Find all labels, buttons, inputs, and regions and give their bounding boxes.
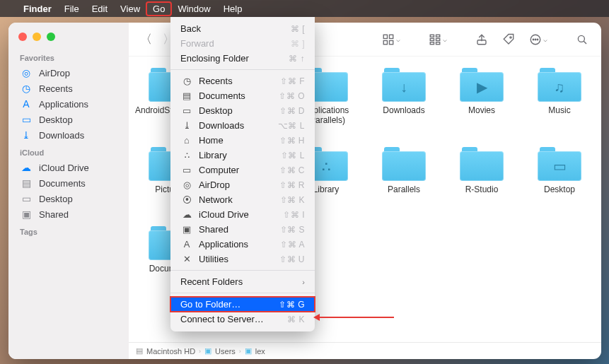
folder-label: Music	[548, 105, 570, 115]
place-icon: ✕	[180, 254, 193, 264]
folder-label: Parallels	[388, 184, 420, 194]
menu-item-shortcut: ⇧⌘ D	[279, 106, 305, 116]
menu-connect-to-server[interactable]: Connect to Server… ⌘ K	[170, 312, 315, 327]
menu-item-label: Library	[199, 150, 281, 160]
menu-item-label: Recents	[199, 76, 280, 86]
place-icon: ▭	[180, 165, 193, 175]
menu-enclosing-folder[interactable]: Enclosing Folder ⌘ ↑	[170, 51, 315, 66]
menu-item-shortcut: ⇧⌘ C	[279, 165, 305, 175]
svg-point-16	[578, 35, 584, 42]
app-menu[interactable]: Finder	[17, 2, 58, 16]
sidebar-item-applications[interactable]: A Applications	[8, 96, 129, 112]
menu-separator	[170, 69, 315, 70]
menu-place-recents[interactable]: ◷Recents⇧⌘ F	[170, 74, 315, 88]
svg-point-15	[537, 39, 538, 40]
svg-rect-9	[436, 42, 440, 44]
menu-place-shared[interactable]: ▣Shared⇧⌘ S	[170, 222, 315, 237]
group-button[interactable]: ⌵	[424, 31, 451, 48]
menu-go-to-folder[interactable]: Go to Folder… ⇧⌘ G	[170, 297, 315, 312]
sidebar-item-label: Desktop	[39, 194, 73, 204]
menu-place-computer[interactable]: ▭Computer⇧⌘ C	[170, 163, 315, 177]
sidebar-item-icloud-drive[interactable]: ☁ iCloud Drive	[8, 160, 129, 175]
menu-place-downloads[interactable]: ⤓Downloads⌥⌘ L	[170, 118, 315, 133]
tag-icon	[502, 33, 515, 46]
menu-help[interactable]: Help	[217, 2, 249, 16]
folder-icon	[460, 147, 504, 181]
desktop-icon: ▭	[20, 114, 33, 125]
menu-item-shortcut: ⇧⌘ H	[279, 136, 305, 146]
folder-item[interactable]: ▶Movies	[443, 65, 521, 141]
menu-recent-folders[interactable]: Recent Folders ›	[170, 274, 315, 289]
menu-place-icloud-drive[interactable]: ☁iCloud Drive⇧⌘ I	[170, 207, 315, 222]
tags-button[interactable]	[498, 31, 519, 48]
sidebar-item-documents[interactable]: ▤ Documents	[8, 175, 129, 191]
menu-place-utilities[interactable]: ✕Utilities⇧⌘ U	[170, 252, 315, 266]
svg-rect-1	[390, 35, 393, 38]
folder-label: Desktop	[544, 184, 575, 194]
downloads-icon: ⤓	[20, 129, 33, 141]
menu-view[interactable]: View	[114, 2, 146, 16]
menu-window[interactable]: Window	[171, 2, 216, 16]
menu-place-applications[interactable]: AApplications⇧⌘ A	[170, 237, 315, 252]
actions-button[interactable]: ⌵	[525, 31, 552, 48]
menu-place-network[interactable]: ⦿Network⇧⌘ K	[170, 192, 315, 207]
folder-label: Movies	[468, 105, 495, 115]
folder-item[interactable]: ↓Downloads	[365, 65, 443, 141]
desktop-icon: ▭	[20, 193, 33, 204]
path-segment[interactable]: lex	[255, 347, 265, 356]
applications-icon: A	[20, 98, 33, 110]
menu-item-shortcut: ⇧⌘ S	[280, 225, 305, 235]
path-segment[interactable]: Macintosh HD	[146, 347, 195, 356]
menu-place-library[interactable]: ⛬Library⇧⌘ L	[170, 148, 315, 163]
place-icon: ◎	[180, 180, 193, 190]
chevron-icon: ›	[239, 348, 241, 355]
back-button[interactable]: 〈	[137, 31, 154, 48]
sidebar-item-recents[interactable]: ◷ Recents	[8, 81, 129, 96]
svg-rect-0	[383, 35, 387, 38]
place-icon: ⦿	[180, 194, 193, 205]
view-mode-button[interactable]: ⌵	[378, 31, 405, 48]
minimize-button[interactable]	[33, 33, 41, 41]
menu-item-shortcut: ⇧⌘ A	[280, 240, 305, 249]
menu-place-airdrop[interactable]: ◎AirDrop⇧⌘ R	[170, 177, 315, 192]
close-button[interactable]	[18, 33, 27, 41]
menu-item-shortcut: ⇧⌘ I	[283, 210, 305, 220]
sidebar-item-desktop[interactable]: ▭ Desktop	[8, 112, 129, 127]
sidebar-item-label: Desktop	[39, 115, 73, 125]
zoom-button[interactable]	[47, 33, 55, 41]
menu-file[interactable]: File	[58, 2, 86, 16]
menu-item-label: Utilities	[199, 254, 279, 264]
menu-item-label: Home	[199, 135, 279, 146]
folder-item[interactable]: ▭Desktop	[521, 144, 598, 221]
menu-separator	[170, 270, 315, 271]
window-controls	[8, 28, 129, 48]
menu-item-label: AirDrop	[199, 180, 279, 190]
menu-edit[interactable]: Edit	[86, 2, 114, 16]
share-button[interactable]	[471, 31, 492, 48]
sidebar-item-airdrop[interactable]: ◎ AirDrop	[8, 65, 129, 81]
svg-rect-7	[436, 38, 440, 40]
sidebar-item-label: Documents	[39, 178, 86, 189]
menu-place-home[interactable]: ⌂Home⇧⌘ H	[170, 133, 315, 148]
menu-go[interactable]: Go	[146, 2, 171, 16]
sidebar-item-shared[interactable]: ▣ Shared	[8, 206, 129, 222]
sidebar-item-label: Downloads	[39, 130, 84, 141]
place-icon: ▭	[180, 105, 193, 116]
svg-rect-8	[430, 42, 434, 44]
share-icon	[475, 33, 488, 46]
sidebar-item-label: Shared	[39, 209, 69, 220]
sidebar-item-desktop-icloud[interactable]: ▭ Desktop	[8, 191, 129, 206]
menu-place-desktop[interactable]: ▭Desktop⇧⌘ D	[170, 103, 315, 118]
menu-forward[interactable]: Forward ⌘ ]	[170, 36, 315, 51]
folder-item[interactable]: R-Studio	[443, 144, 521, 221]
sidebar-item-downloads[interactable]: ⤓ Downloads	[8, 127, 129, 143]
menu-item-shortcut: ⇧⌘ R	[279, 180, 305, 190]
menu-item-label: Computer	[199, 165, 279, 175]
path-segment[interactable]: Users	[215, 347, 236, 356]
folder-icon: ▣	[245, 346, 252, 356]
folder-item[interactable]: Parallels	[365, 144, 443, 221]
folder-item[interactable]: ♫Music	[521, 65, 598, 141]
menu-place-documents[interactable]: ▤Documents⇧⌘ O	[170, 88, 315, 103]
search-button[interactable]	[572, 31, 593, 48]
menu-back[interactable]: Back ⌘ [	[170, 21, 315, 36]
